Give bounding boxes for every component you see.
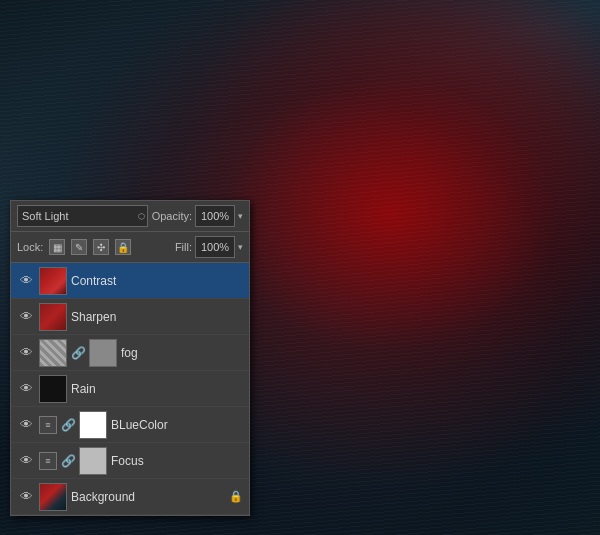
lock-move-icon[interactable]: ✣ xyxy=(93,239,109,255)
layer-name-focus: Focus xyxy=(111,454,243,468)
blend-opacity-row: Soft Light Opacity: 100% ▾ xyxy=(11,201,249,232)
layers-list: 👁Contrast👁Sharpen👁🔗fog👁Rain👁≡🔗BLueColor👁… xyxy=(11,263,249,515)
layer-row-fog[interactable]: 👁🔗fog xyxy=(11,335,249,371)
lock-position-icon[interactable]: ✎ xyxy=(71,239,87,255)
lock-all-icon[interactable]: 🔒 xyxy=(115,239,131,255)
fill-arrow-icon[interactable]: ▾ xyxy=(238,242,243,252)
blend-mode-select[interactable]: Soft Light xyxy=(17,205,148,227)
lock-pixels-icon[interactable]: ▦ xyxy=(49,239,65,255)
layers-panel: Soft Light Opacity: 100% ▾ Lock: ▦ ✎ ✣ 🔒… xyxy=(10,200,250,516)
layer-row-rain[interactable]: 👁Rain xyxy=(11,371,249,407)
fill-section: Fill: 100% ▾ xyxy=(175,236,243,258)
visibility-toggle-bluecolor[interactable]: 👁 xyxy=(17,416,35,434)
mask-thumb-fog xyxy=(89,339,117,367)
opacity-section: Opacity: 100% ▾ xyxy=(152,205,243,227)
fill-value[interactable]: 100% xyxy=(195,236,235,258)
layer-row-sharpen[interactable]: 👁Sharpen xyxy=(11,299,249,335)
layer-name-contrast: Contrast xyxy=(71,274,243,288)
lock-label: Lock: xyxy=(17,241,43,253)
layer-thumb-contrast xyxy=(39,267,67,295)
visibility-toggle-contrast[interactable]: 👁 xyxy=(17,272,35,290)
layer-thumb-background xyxy=(39,483,67,511)
layer-thumb-bluecolor xyxy=(79,411,107,439)
layer-thumb-fog xyxy=(39,339,67,367)
layer-name-rain: Rain xyxy=(71,382,243,396)
layer-name-fog: fog xyxy=(121,346,243,360)
lock-fill-row: Lock: ▦ ✎ ✣ 🔒 Fill: 100% ▾ xyxy=(11,232,249,263)
adjustment-icon-bluecolor: ≡ xyxy=(39,416,57,434)
layer-thumb-rain xyxy=(39,375,67,403)
visibility-toggle-focus[interactable]: 👁 xyxy=(17,452,35,470)
layer-thumb-focus xyxy=(79,447,107,475)
fill-label: Fill: xyxy=(175,241,192,253)
visibility-toggle-rain[interactable]: 👁 xyxy=(17,380,35,398)
blend-mode-wrapper[interactable]: Soft Light xyxy=(17,205,148,227)
chain-icon-focus: 🔗 xyxy=(61,454,75,468)
opacity-arrow-icon[interactable]: ▾ xyxy=(238,211,243,221)
visibility-toggle-fog[interactable]: 👁 xyxy=(17,344,35,362)
layer-thumb-sharpen xyxy=(39,303,67,331)
layer-row-bluecolor[interactable]: 👁≡🔗BLueColor xyxy=(11,407,249,443)
layer-name-bluecolor: BLueColor xyxy=(111,418,243,432)
opacity-label: Opacity: xyxy=(152,210,192,222)
layer-row-contrast[interactable]: 👁Contrast xyxy=(11,263,249,299)
layer-row-focus[interactable]: 👁≡🔗Focus xyxy=(11,443,249,479)
layer-name-background: Background xyxy=(71,490,225,504)
layer-row-background[interactable]: 👁Background🔒 xyxy=(11,479,249,515)
layer-name-sharpen: Sharpen xyxy=(71,310,243,324)
visibility-toggle-sharpen[interactable]: 👁 xyxy=(17,308,35,326)
adjustment-icon-focus: ≡ xyxy=(39,452,57,470)
visibility-toggle-background[interactable]: 👁 xyxy=(17,488,35,506)
opacity-value[interactable]: 100% xyxy=(195,205,235,227)
chain-icon-bluecolor: 🔗 xyxy=(61,418,75,432)
layer-lock-icon-background: 🔒 xyxy=(229,490,243,503)
chain-icon-fog: 🔗 xyxy=(71,346,85,360)
